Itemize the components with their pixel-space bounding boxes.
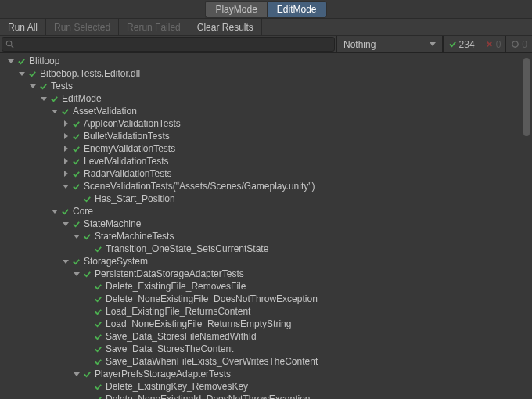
tree-row-label: EditMode	[61, 93, 102, 104]
category-dropdown[interactable]: Nothing	[336, 36, 443, 52]
pass-icon	[70, 132, 81, 141]
toolbar: Run All Run Selected Rerun Failed Clear …	[0, 19, 532, 36]
mode-tabs: PlayMode EditMode	[0, 0, 532, 19]
vertical-scrollbar[interactable]	[523, 53, 530, 397]
clear-results-button[interactable]: Clear Results	[189, 19, 262, 35]
tree-row[interactable]: EnemyValidationTests	[0, 142, 532, 155]
fail-counter[interactable]: 0	[480, 36, 506, 52]
search-input[interactable]	[17, 40, 331, 49]
pass-icon	[81, 370, 92, 379]
tree-row[interactable]: Tests	[0, 80, 532, 92]
run-selected-button[interactable]: Run Selected	[46, 19, 119, 35]
tab-editmode[interactable]: EditMode	[267, 1, 327, 18]
tree-row-label: Core	[72, 206, 93, 217]
tree-row-label: StateMachineTests	[94, 231, 174, 242]
foldout-toggle[interactable]	[61, 185, 70, 189]
pass-icon	[92, 282, 103, 291]
tree-row[interactable]: Delete_NoneExistingId_DoesNotThrowExcept…	[0, 393, 532, 399]
tree-row-label: EnemyValidationTests	[83, 143, 175, 154]
tree-row[interactable]: EditMode	[0, 92, 532, 105]
cross-icon	[485, 40, 494, 49]
search-field-wrap	[2, 37, 335, 52]
chevron-down-icon	[19, 72, 25, 76]
tree-row[interactable]: Delete_NoneExistingFile_DoesNotThrowExce…	[0, 293, 532, 305]
chevron-down-icon	[63, 185, 69, 189]
foldout-toggle[interactable]	[6, 59, 16, 63]
tree-row[interactable]: Blitloop	[0, 55, 532, 67]
tree-row[interactable]: AssetValidation	[0, 105, 532, 117]
chevron-down-icon	[74, 235, 80, 239]
chevron-right-icon	[64, 146, 68, 152]
pass-icon	[92, 245, 103, 253]
chevron-down-icon	[52, 210, 58, 214]
pass-icon	[70, 182, 81, 191]
tree-row[interactable]: Save_Data_StoresFileNamedWithId	[0, 330, 532, 343]
foldout-toggle[interactable]	[72, 372, 81, 376]
tree-row-label: Delete_NoneExistingId_DoesNotThrowExcept…	[105, 394, 310, 399]
tree-row[interactable]: Delete_ExistingFile_RemovesFile	[0, 280, 532, 293]
svg-point-4	[512, 41, 518, 47]
scrollbar-thumb[interactable]	[523, 58, 530, 136]
tree-row[interactable]: Load_NoneExistingFile_ReturnsEmptyString	[0, 318, 532, 330]
foldout-toggle[interactable]	[28, 84, 38, 88]
run-all-button[interactable]: Run All	[0, 19, 46, 35]
tree-row-label: Blitloop	[28, 56, 59, 66]
tree-row[interactable]: Load_ExistingFile_ReturnsContent	[0, 305, 532, 318]
tree-row[interactable]: Has_Start_Position	[0, 192, 532, 205]
tree-row-label: Load_NoneExistingFile_ReturnsEmptyString	[105, 318, 291, 329]
tree-row[interactable]: PlayerPrefsStorageAdapterTests	[0, 368, 532, 380]
tree-row[interactable]: Core	[0, 205, 532, 217]
foldout-toggle[interactable]	[61, 158, 70, 164]
pass-icon	[70, 157, 81, 166]
foldout-toggle[interactable]	[61, 146, 70, 152]
foldout-toggle[interactable]	[50, 110, 59, 113]
tree-row[interactable]: Delete_ExistingKey_RemovesKey	[0, 380, 532, 393]
chevron-down-icon	[63, 222, 69, 226]
chevron-down-icon	[63, 260, 69, 264]
foldout-toggle[interactable]	[61, 260, 70, 264]
tab-playmode[interactable]: PlayMode	[205, 1, 266, 18]
filter-row: Nothing 234 0 0	[0, 36, 532, 53]
fail-count: 0	[496, 39, 501, 50]
foldout-toggle[interactable]	[72, 272, 81, 276]
chevron-right-icon	[64, 120, 68, 127]
ignored-count: 0	[522, 39, 527, 50]
foldout-toggle[interactable]	[39, 97, 49, 101]
pass-icon	[70, 257, 81, 266]
foldout-toggle[interactable]	[61, 120, 70, 127]
tree-row[interactable]: Transition_OneState_SetsCurrentState	[0, 243, 532, 255]
rerun-failed-button[interactable]: Rerun Failed	[119, 19, 189, 35]
tree-row[interactable]: StateMachineTests	[0, 230, 532, 243]
test-tree[interactable]: BlitloopBitbebop.Tests.Editor.dllTestsEd…	[0, 53, 532, 399]
tree-row[interactable]: Bitbebop.Tests.Editor.dll	[0, 67, 532, 80]
tree-row[interactable]: Save_Data_StoresTheContent	[0, 343, 532, 355]
tree-row[interactable]: AppIconValidationTests	[0, 117, 532, 130]
tree-row-label: Transition_OneState_SetsCurrentState	[105, 243, 268, 254]
checkmark-icon	[448, 40, 457, 49]
tree-row[interactable]: SceneValidationTests("Assets/Scenes/Game…	[0, 180, 532, 192]
foldout-toggle[interactable]	[61, 222, 70, 226]
tree-row[interactable]: Save_DataWhenFileExists_OverWritesTheCon…	[0, 355, 532, 368]
pass-icon	[92, 295, 103, 304]
tree-row[interactable]: StorageSystem	[0, 255, 532, 268]
chevron-down-icon	[30, 84, 36, 88]
tree-row-label: AssetValidation	[72, 106, 137, 117]
foldout-toggle[interactable]	[17, 72, 27, 76]
tree-row[interactable]: RadarValidationTests	[0, 167, 532, 180]
pass-icon	[70, 145, 81, 153]
foldout-toggle[interactable]	[61, 171, 70, 177]
ignored-counter[interactable]: 0	[505, 36, 532, 52]
foldout-toggle[interactable]	[50, 210, 59, 214]
tree-row[interactable]: StateMachine	[0, 217, 532, 230]
pass-icon	[81, 232, 92, 241]
foldout-toggle[interactable]	[61, 133, 70, 139]
tree-row-label: StorageSystem	[83, 256, 148, 267]
pass-counter[interactable]: 234	[443, 36, 480, 52]
foldout-toggle[interactable]	[72, 235, 81, 239]
tree-row[interactable]: PersistentDataStorageAdapterTests	[0, 268, 532, 280]
pass-icon	[70, 220, 81, 228]
pass-icon	[38, 82, 49, 91]
tree-row-label: Save_Data_StoresFileNamedWithId	[105, 331, 257, 342]
tree-row[interactable]: LevelValidationTests	[0, 155, 532, 167]
tree-row[interactable]: BulletValidationTests	[0, 130, 532, 142]
